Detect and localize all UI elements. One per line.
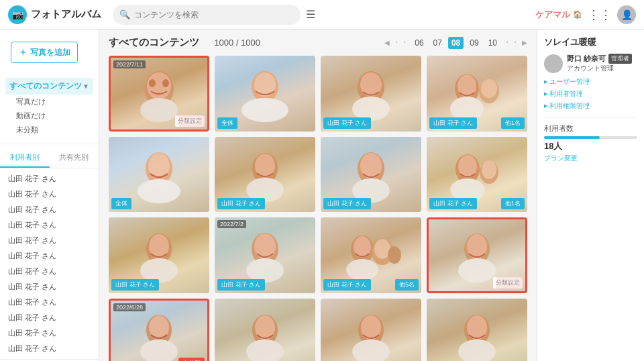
photo-card[interactable] (427, 299, 527, 362)
svg-point-53 (352, 340, 390, 361)
svg-point-47 (140, 340, 178, 361)
svg-point-4 (140, 98, 178, 122)
dropdown-arrow: ▼ (83, 83, 89, 90)
sidebar: ＋ 写真を追加 すべてのコンテンツ ▼ 写真だけ 動画だけ 未分類 利用者別 共… (0, 30, 99, 361)
content-title-area: すべてのコンテンツ 1000 / 1000 (109, 36, 260, 49)
svg-point-3 (162, 79, 169, 87)
list-item[interactable]: 山田 花子 さん (0, 264, 99, 279)
page-07[interactable]: 07 (430, 37, 445, 49)
add-photo-label: 写真を追加 (30, 47, 70, 58)
photo-card[interactable]: 山田 花子 さん (109, 217, 209, 293)
photo-label: 山田 花子 さん (429, 198, 477, 209)
photo-card[interactable]: 山田 花子 さん 他1名 (427, 137, 527, 213)
photo-label: 山田 花子 さん (217, 198, 265, 209)
admin-name: 野口 紗奈可 (567, 54, 606, 64)
brand-icon: 🏠 (573, 10, 582, 19)
content-count: 1000 / 1000 (205, 38, 260, 48)
prev-page-button[interactable]: ◀ (384, 39, 390, 46)
sidebar-tabs: 利用者別 共有先別 (0, 148, 99, 168)
list-item[interactable]: 山田 花子 さん (0, 248, 99, 264)
main-content: すべてのコンテンツ 1000 / 1000 ◀ ・・ 06 07 08 09 1… (99, 30, 537, 361)
admin-badge: 管理者 (608, 54, 632, 64)
list-item[interactable]: 山田 花子 さん (0, 202, 99, 217)
add-photo-button[interactable]: ＋ 写真を追加 (11, 42, 78, 63)
dots-right: ・・ (503, 37, 519, 48)
category-photos[interactable]: 写真だけ (5, 95, 93, 109)
list-item[interactable]: 山田 花子 さん (0, 279, 99, 295)
photo-card[interactable]: 山田 花子 さん 他5名 (321, 217, 421, 293)
menu-user-management[interactable]: ユーザー管理 (544, 76, 637, 88)
page-10[interactable]: 10 (485, 37, 500, 49)
photo-card[interactable] (321, 299, 421, 362)
plan-link[interactable]: プラン変更 (544, 154, 637, 163)
list-item[interactable]: 山田 花子 さん (0, 217, 99, 233)
page-06[interactable]: 06 (411, 37, 427, 49)
search-icon: 🔍 (119, 9, 130, 19)
logo-area: 📷 フォトアルバム (8, 5, 107, 24)
logo-icon: 📷 (8, 5, 27, 24)
photo-card[interactable]: 山田 花子 さん 他1名 (427, 56, 527, 132)
photo-card[interactable]: 未分類 分類設定 (427, 217, 527, 293)
list-item[interactable]: 山田 花子 さん (0, 233, 99, 248)
stat-value: 18人 (544, 140, 562, 152)
svg-point-18 (138, 179, 180, 203)
svg-point-56 (458, 340, 496, 361)
svg-point-2 (149, 79, 156, 87)
search-bar[interactable]: 🔍 (113, 5, 301, 25)
page-08[interactable]: 08 (448, 37, 464, 49)
photo-card[interactable]: 2022/6/28 未分類 (109, 299, 209, 362)
tab-by-user[interactable]: 利用者別 (0, 148, 50, 168)
photo-label: 全体 (111, 198, 131, 209)
menu-resident-management[interactable]: 利用者管理 (544, 88, 637, 100)
photo-label: 全体 (217, 117, 237, 129)
category-all-label: すべてのコンテンツ (9, 81, 82, 92)
svg-point-29 (482, 160, 496, 179)
next-page-button[interactable]: ▶ (522, 39, 527, 46)
category-all[interactable]: すべてのコンテンツ ▼ (5, 78, 93, 95)
photo-card[interactable]: 2022/7/2 山田 花子 さん (215, 217, 315, 293)
list-item[interactable]: 山田 花子 さん (0, 295, 99, 310)
list-item[interactable]: 山田 花子 さん (0, 171, 99, 187)
grid-menu-icon[interactable]: ⋮⋮ (590, 5, 609, 24)
photo-card[interactable]: 山田 花子 さん (215, 137, 315, 213)
list-item[interactable]: 山田 花子 さん (0, 187, 99, 202)
photo-label: 山田 花子 さん (323, 117, 371, 129)
filter-icon[interactable]: ☰ (306, 8, 315, 21)
svg-point-44 (458, 258, 496, 282)
admin-info: 野口 紗奈可 管理者 アカウント管理 (567, 54, 632, 73)
list-item[interactable]: 山田 花子 さん (0, 310, 99, 325)
category-videos[interactable]: 動画だけ (5, 109, 93, 123)
search-input[interactable] (134, 10, 294, 19)
photo-card[interactable]: 山田 花子 さん (321, 137, 421, 213)
classify-label[interactable]: 分類設定 (175, 115, 205, 127)
photo-date: 2022/7/2 (217, 220, 246, 228)
photo-card[interactable]: 全体 (109, 137, 209, 213)
category-unsorted[interactable]: 未分類 (5, 123, 93, 137)
account-avatar[interactable]: 👤 (617, 5, 636, 24)
photo-card[interactable]: 山田 花子 さん (321, 56, 421, 132)
logo-text: フォトアルバム (31, 8, 101, 21)
svg-point-34 (254, 234, 276, 259)
header: 📷 フォトアルバム 🔍 ☰ ケアマル 🏠 ⋮⋮ 👤 (0, 0, 644, 30)
svg-point-41 (388, 246, 401, 264)
page-09[interactable]: 09 (466, 37, 482, 49)
menu-permission-management[interactable]: 利用権限管理 (544, 100, 637, 112)
photo-label: 山田 花子 さん (429, 117, 477, 129)
photo-card[interactable]: 全体 (215, 56, 315, 132)
list-item[interactable]: 山田 花子 さん (0, 341, 99, 356)
photo-label: 山田 花子 さん (323, 198, 371, 209)
photo-date: 2022/7/11 (113, 60, 146, 68)
stat-bar (544, 136, 637, 139)
right-panel: ソレイユ暖暖 野口 紗奈可 管理者 アカウント管理 ユーザー管理 利用者管理 利… (537, 30, 644, 361)
list-item[interactable]: 山田 花子 さん (0, 325, 99, 341)
stat-bar-fill (544, 136, 600, 139)
photo-card[interactable] (215, 299, 315, 362)
photo-date: 2022/6/28 (113, 303, 146, 311)
classify-label[interactable]: 分類設定 (493, 277, 523, 289)
tab-by-shared[interactable]: 共有先別 (50, 148, 99, 168)
admin-role: アカウント管理 (567, 64, 632, 73)
pagination: ◀ ・・ 06 07 08 09 10 ・・ ▶ (384, 37, 527, 49)
photo-label: 山田 花子 さん (323, 279, 371, 291)
brand-logo: ケアマル (535, 9, 570, 21)
photo-card[interactable]: 2022/7/11 未分類 分類設定 (109, 56, 209, 132)
